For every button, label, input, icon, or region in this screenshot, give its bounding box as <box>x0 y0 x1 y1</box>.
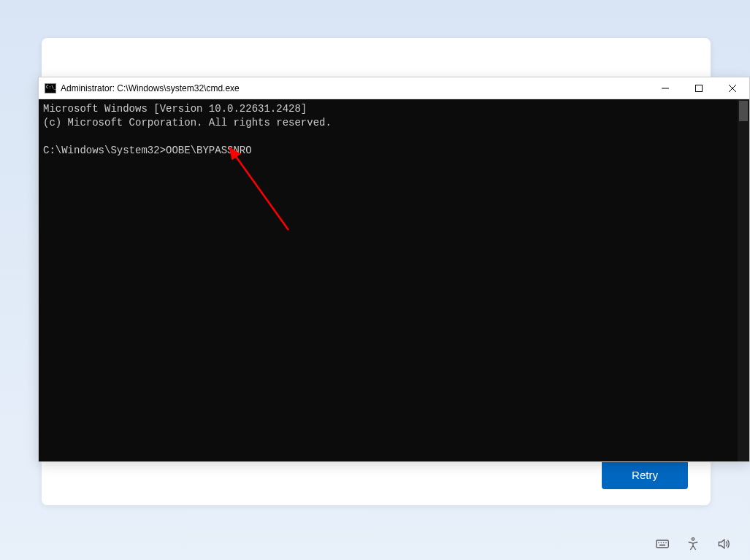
retry-button[interactable]: Retry <box>602 460 688 489</box>
terminal-prompt: C:\Windows\System32> <box>43 145 166 156</box>
svg-rect-6 <box>657 540 669 548</box>
maximize-button[interactable] <box>682 77 716 99</box>
terminal-line-copyright: (c) Microsoft Corporation. All rights re… <box>43 117 332 129</box>
keyboard-tray-button[interactable] <box>655 537 670 551</box>
cmd-window: Administrator: C:\Windows\system32\cmd.e… <box>38 77 750 462</box>
terminal-scrollbar-thumb[interactable] <box>739 101 748 121</box>
taskbar-tray <box>655 537 731 551</box>
window-title: Administrator: C:\Windows\system32\cmd.e… <box>61 83 648 93</box>
maximize-icon <box>695 85 703 92</box>
close-button[interactable] <box>716 77 749 99</box>
keyboard-icon <box>655 537 670 551</box>
svg-rect-1 <box>696 85 703 91</box>
terminal-command: OOBE\BYPASSNRO <box>166 145 252 156</box>
terminal-body[interactable]: Microsoft Windows [Version 10.0.22631.24… <box>39 99 749 461</box>
volume-icon <box>716 537 731 551</box>
accessibility-tray-button[interactable] <box>686 537 700 551</box>
minimize-icon <box>662 85 669 92</box>
svg-marker-13 <box>719 540 724 548</box>
volume-tray-button[interactable] <box>716 537 731 551</box>
minimize-button[interactable] <box>648 77 682 99</box>
window-controls <box>648 77 749 99</box>
svg-point-12 <box>692 538 694 540</box>
terminal-line-version: Microsoft Windows [Version 10.0.22631.24… <box>43 103 307 115</box>
cmd-icon <box>45 83 56 93</box>
accessibility-icon <box>686 537 700 551</box>
close-icon <box>729 85 736 92</box>
terminal-scrollbar[interactable] <box>738 99 749 461</box>
titlebar[interactable]: Administrator: C:\Windows\system32\cmd.e… <box>39 77 749 99</box>
